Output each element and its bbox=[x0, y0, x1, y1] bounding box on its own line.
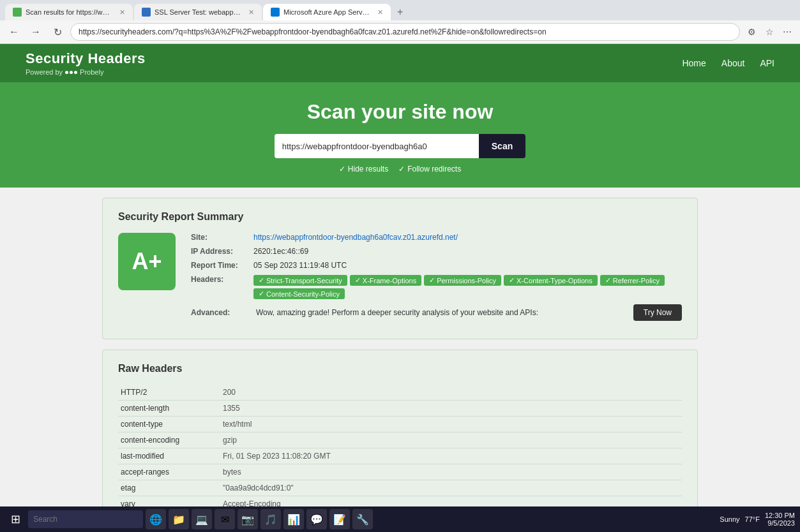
raw-header-row: content-encodinggzip bbox=[118, 432, 682, 448]
site-link[interactable]: https://webappfrontdoor-byendbagh6a0fcav… bbox=[253, 233, 458, 242]
hero-title: Scan your site now bbox=[26, 100, 774, 124]
badge-csp: Content-Security-Policy bbox=[253, 288, 345, 299]
raw-header-value: 1355 bbox=[220, 401, 682, 417]
advanced-row: Advanced: Wow, amazing grade! Perform a … bbox=[191, 304, 682, 321]
site-row: Site: https://webappfrontdoor-byendbagh6… bbox=[191, 233, 682, 242]
ip-value: 2620:1ec:46::69 bbox=[253, 247, 682, 256]
raw-header-value: text/html bbox=[220, 417, 682, 432]
taskbar-sys: Sunny 77°F 12:30 PM 9/5/2023 bbox=[720, 512, 795, 527]
browser-toolbar: ← → ↻ ⚙ ☆ ⋯ bbox=[0, 20, 800, 44]
follow-redirects-option[interactable]: ✓ Follow redirects bbox=[398, 165, 461, 174]
tab-label-2: SSL Server Test: webappfrontdo... bbox=[155, 8, 241, 16]
tab-favicon-1 bbox=[13, 8, 22, 17]
advanced-label: Advanced: bbox=[191, 308, 248, 317]
raw-headers-card: Raw Headers HTTP/2200content-length1355c… bbox=[102, 350, 698, 532]
raw-header-row: last-modifiedFri, 01 Sep 2023 11:08:20 G… bbox=[118, 448, 682, 464]
raw-header-value: "0aa9a9dc4dcd91:0" bbox=[220, 480, 682, 496]
browser-tab-1[interactable]: Scan results for https://webapp... ✕ bbox=[5, 4, 133, 20]
grade-badge: A+ bbox=[118, 233, 176, 290]
tab-close-1[interactable]: ✕ bbox=[119, 8, 125, 17]
address-bar[interactable] bbox=[70, 23, 740, 41]
raw-header-label: content-length bbox=[118, 401, 220, 417]
nav-home[interactable]: Home bbox=[682, 58, 706, 68]
taskbar-app-2[interactable]: 📁 bbox=[169, 509, 189, 529]
tab-label-1: Scan results for https://webapp... bbox=[26, 8, 112, 16]
hide-results-check: ✓ bbox=[339, 165, 345, 174]
report-summary-card: Security Report Summary A+ Site: https:/… bbox=[102, 198, 698, 339]
report-time-row: Report Time: 05 Sep 2023 11:19:48 UTC bbox=[191, 261, 682, 270]
taskbar-app-4[interactable]: ✉ bbox=[215, 509, 235, 529]
report-time-label: Report Time: bbox=[191, 261, 248, 270]
probely-dots bbox=[65, 71, 77, 74]
taskbar-apps: 🌐 📁 💻 ✉ 📷 🎵 📊 💬 📝 🔧 bbox=[146, 509, 373, 529]
extensions-button[interactable]: ⚙ bbox=[744, 24, 759, 40]
site-header: Security Headers Powered by Probely Home… bbox=[0, 44, 800, 82]
hero-form: Scan bbox=[26, 134, 774, 158]
browser-tab-2[interactable]: SSL Server Test: webappfrontdo... ✕ bbox=[134, 4, 262, 20]
taskbar-time-value: 12:30 PM bbox=[765, 512, 795, 519]
taskbar: ⊞ 🌐 📁 💻 ✉ 📷 🎵 📊 💬 📝 🔧 Sunny 77°F 12:30 P… bbox=[0, 506, 800, 532]
tab-close-2[interactable]: ✕ bbox=[248, 8, 254, 17]
browser-chrome: Scan results for https://webapp... ✕ SSL… bbox=[0, 0, 800, 44]
headers-badges: Strict-Transport-Security X-Frame-Option… bbox=[253, 275, 682, 299]
taskbar-clock: 12:30 PM 9/5/2023 bbox=[765, 512, 795, 527]
taskbar-app-5[interactable]: 📷 bbox=[238, 509, 258, 529]
taskbar-app-9[interactable]: 📝 bbox=[329, 509, 350, 529]
advanced-text: Wow, amazing grade! Perform a deeper sec… bbox=[256, 308, 626, 317]
headers-row: Headers: Strict-Transport-Security X-Fra… bbox=[191, 275, 682, 299]
raw-header-value: bytes bbox=[220, 464, 682, 480]
tab-close-3[interactable]: ✕ bbox=[377, 8, 383, 17]
taskbar-app-8[interactable]: 💬 bbox=[306, 509, 327, 529]
back-button[interactable]: ← bbox=[5, 23, 23, 41]
browser-tab-3[interactable]: Microsoft Azure App Service -... ✕ bbox=[263, 4, 391, 20]
raw-header-value: gzip bbox=[220, 432, 682, 448]
taskbar-app-10[interactable]: 🔧 bbox=[352, 509, 373, 529]
hide-results-label: Hide results bbox=[348, 165, 388, 174]
raw-header-row: content-typetext/html bbox=[118, 417, 682, 432]
windows-icon: ⊞ bbox=[11, 512, 20, 526]
ip-row: IP Address: 2620:1ec:46::69 bbox=[191, 247, 682, 256]
scan-input[interactable] bbox=[275, 134, 479, 158]
more-button[interactable]: ⋯ bbox=[780, 24, 795, 40]
site-value: https://webappfrontdoor-byendbagh6a0fcav… bbox=[253, 233, 682, 242]
raw-header-row: HTTP/2200 bbox=[118, 385, 682, 401]
badge-rp: Referrer-Policy bbox=[600, 275, 665, 286]
site-logo-title: Security Headers bbox=[26, 50, 146, 67]
hero-options: ✓ Hide results ✓ Follow redirects bbox=[26, 165, 774, 174]
site-logo: Security Headers Powered by Probely bbox=[26, 50, 146, 76]
headers-label: Headers: bbox=[191, 275, 248, 284]
tab-favicon-2 bbox=[142, 8, 151, 17]
new-tab-button[interactable]: + bbox=[392, 4, 408, 20]
taskbar-app-7[interactable]: 📊 bbox=[283, 509, 304, 529]
raw-header-row: content-length1355 bbox=[118, 401, 682, 417]
tab-label-3: Microsoft Azure App Service -... bbox=[283, 8, 370, 16]
badge-sts: Strict-Transport-Security bbox=[253, 275, 347, 286]
follow-redirects-label: Follow redirects bbox=[407, 165, 461, 174]
taskbar-date-value: 9/5/2023 bbox=[765, 519, 795, 527]
nav-api[interactable]: API bbox=[760, 58, 774, 68]
badge-xcto: X-Content-Type-Options bbox=[504, 275, 598, 286]
raw-header-label: HTTP/2 bbox=[118, 385, 220, 401]
probely-name: Probely bbox=[80, 68, 103, 76]
taskbar-app-1[interactable]: 🌐 bbox=[146, 509, 166, 529]
hero-section: Scan your site now Scan ✓ Hide results ✓… bbox=[0, 82, 800, 188]
try-now-button[interactable]: Try Now bbox=[633, 304, 682, 321]
report-summary-title: Security Report Summary bbox=[118, 211, 682, 223]
refresh-button[interactable]: ↻ bbox=[49, 23, 66, 41]
tab-favicon-3 bbox=[271, 8, 280, 17]
nav-about[interactable]: About bbox=[721, 58, 745, 68]
taskbar-app-3[interactable]: 💻 bbox=[192, 509, 212, 529]
badge-xfo: X-Frame-Options bbox=[350, 275, 421, 286]
hide-results-option[interactable]: ✓ Hide results bbox=[339, 165, 388, 174]
bookmark-button[interactable]: ☆ bbox=[762, 24, 777, 40]
taskbar-search[interactable] bbox=[28, 510, 143, 528]
start-button[interactable]: ⊞ bbox=[5, 509, 26, 529]
report-time-value: 05 Sep 2023 11:19:48 UTC bbox=[253, 261, 682, 270]
forward-button[interactable]: → bbox=[27, 23, 45, 41]
scan-button[interactable]: Scan bbox=[479, 134, 525, 158]
browser-tabs: Scan results for https://webapp... ✕ SSL… bbox=[0, 0, 800, 20]
taskbar-weather: Sunny bbox=[720, 515, 739, 523]
badge-pp: Permissions-Policy bbox=[424, 275, 501, 286]
taskbar-app-6[interactable]: 🎵 bbox=[260, 509, 281, 529]
ip-label: IP Address: bbox=[191, 247, 248, 256]
